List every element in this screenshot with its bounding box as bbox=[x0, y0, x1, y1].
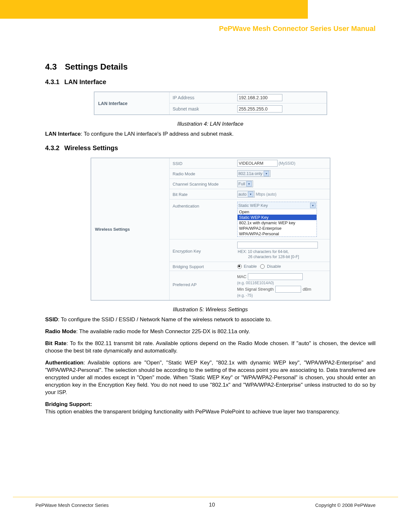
enc-hint-2: 26 characters for 128-bit [0-F] bbox=[238, 255, 327, 260]
ssid-label: SSID bbox=[170, 160, 237, 166]
wireless-section-label: Wireless Settings bbox=[91, 158, 170, 300]
enc-label: Encryption Key bbox=[170, 242, 237, 254]
page-footer: PePWave Mesh Connector Series 10 Copyrig… bbox=[0, 497, 411, 518]
auth-dropdown-list: Open Static WEP Key 802.1x with dynamic … bbox=[238, 209, 317, 237]
lan-interface-figure: LAN Interface IP Address Subnet mask bbox=[94, 92, 327, 115]
lan-section-label: LAN Interface bbox=[94, 92, 170, 114]
wireless-settings-figure: Wireless Settings SSID (MySSID) Radio Mo… bbox=[91, 158, 330, 301]
bitrate-body: : To fix the 802.11 transmit bit rate. A… bbox=[45, 340, 376, 354]
subsection-wireless-number: 4.3.2 bbox=[45, 144, 59, 151]
auth-select[interactable]: Static WEP Key ▾ Open Static WEP Key 802… bbox=[237, 202, 317, 237]
bridge-enable-radio[interactable] bbox=[237, 264, 242, 269]
page-content: 4.3Settings Details 4.3.1LAN Interface L… bbox=[0, 33, 411, 497]
subsection-lan-number: 4.3.1 bbox=[45, 78, 59, 85]
pref-ap-label: Preferred AP bbox=[170, 273, 237, 287]
bridge-disable-label: Disable bbox=[267, 264, 281, 269]
subsection-wireless-title: Wireless Settings bbox=[64, 144, 118, 151]
auth-label: Authentication bbox=[170, 202, 237, 208]
auth-option-wpa-psk[interactable]: WPA/WPA2-Personal bbox=[238, 231, 317, 237]
chevron-down-icon: ▾ bbox=[248, 191, 253, 197]
ssid-term: SSID bbox=[45, 316, 58, 323]
lan-desc-term: LAN Interface bbox=[45, 131, 81, 137]
lan-mask-row: Subnet mask bbox=[170, 103, 327, 114]
radio-body: : The available radio mode for Mesh Conn… bbox=[76, 328, 250, 334]
ssid-hint: (MySSID) bbox=[279, 161, 295, 166]
scan-mode-row: Channel Scanning Mode Full ▾ bbox=[170, 179, 330, 189]
auth-option-static-wep[interactable]: Static WEP Key bbox=[238, 215, 317, 220]
chevron-down-icon: ▾ bbox=[310, 203, 316, 208]
subsection-wireless-heading: 4.3.2Wireless Settings bbox=[45, 144, 376, 152]
page-number: 10 bbox=[209, 502, 215, 508]
bitrate-term: Bit Rate bbox=[45, 340, 66, 346]
pref-ap-row: Preferred AP MAC (e.g. 00116E1014A0) Min… bbox=[170, 271, 330, 300]
auth-term: Authentication bbox=[45, 360, 83, 366]
minsig-unit: dBm bbox=[303, 287, 311, 292]
radio-mode-value: 802.11a only bbox=[239, 171, 262, 176]
scan-mode-value: Full bbox=[239, 181, 245, 186]
section-number: 4.3 bbox=[45, 62, 57, 72]
lan-mask-label: Subnet mask bbox=[170, 106, 237, 111]
auth-option-open[interactable]: Open bbox=[238, 209, 317, 215]
subsection-lan-title: LAN Interface bbox=[64, 78, 106, 85]
radio-term: Radio Mode bbox=[45, 328, 76, 334]
mac-input[interactable] bbox=[248, 273, 303, 280]
illustration-5-caption: Illustration 5: Wireless Settings bbox=[45, 306, 376, 313]
footer-right: Copyright © 2008 PePWave bbox=[315, 502, 376, 508]
auth-body: : Available options are "Open", "Static … bbox=[45, 360, 376, 395]
bridge-body-para: This option enables the transparent brid… bbox=[45, 408, 376, 416]
auth-option-8021x[interactable]: 802.1x with dynamic WEP key bbox=[238, 220, 317, 226]
radio-para: Radio Mode: The available radio mode for… bbox=[45, 328, 376, 335]
bitrate-select[interactable]: auto ▾ bbox=[237, 191, 255, 198]
bitrate-para: Bit Rate: To fix the 802.11 transmit bit… bbox=[45, 340, 376, 355]
lan-desc-body: : To configure the LAN interface's IP ad… bbox=[81, 131, 234, 137]
scan-mode-label: Channel Scanning Mode bbox=[170, 181, 237, 187]
footer-left: PePWave Mesh Connector Series bbox=[35, 502, 109, 508]
bridge-enable-label: Enable bbox=[244, 264, 257, 269]
bitrate-hint: Mbps (auto) bbox=[256, 192, 276, 197]
section-title: Settings Details bbox=[65, 62, 128, 72]
top-brand-bar bbox=[0, 0, 411, 19]
lan-ip-row: IP Address bbox=[170, 92, 327, 103]
auth-option-wpa-ent[interactable]: WPA/WPA2-Enterprise bbox=[238, 226, 317, 231]
lan-ip-label: IP Address bbox=[170, 95, 237, 100]
subsection-lan-heading: 4.3.1LAN Interface bbox=[45, 78, 376, 86]
bitrate-row: Bit Rate auto ▾ Mbps (auto) bbox=[170, 189, 330, 199]
minsig-label: Min Signal Strength bbox=[237, 287, 274, 292]
minsig-input[interactable] bbox=[275, 286, 301, 293]
section-heading: 4.3Settings Details bbox=[45, 62, 376, 72]
scan-mode-select[interactable]: Full ▾ bbox=[237, 180, 253, 187]
bitrate-label: Bit Rate bbox=[170, 191, 237, 197]
lan-desc-para: LAN Interface: To configure the LAN inte… bbox=[45, 131, 376, 138]
lan-ip-input[interactable] bbox=[237, 94, 282, 101]
bridge-row: Bridging Support Enable Disable bbox=[170, 262, 330, 271]
radio-mode-label: Radio Mode bbox=[170, 171, 237, 176]
illustration-4-caption: Illustration 4: LAN Interface bbox=[45, 121, 376, 127]
radio-mode-select[interactable]: 802.11a only ▾ bbox=[237, 170, 270, 177]
ssid-row: SSID (MySSID) bbox=[170, 158, 330, 169]
bridge-label: Bridging Support bbox=[170, 264, 237, 269]
mac-label: MAC bbox=[237, 274, 247, 279]
ssid-body: : To configure the SSID / ESSID / Networ… bbox=[58, 316, 272, 323]
lan-mask-input[interactable] bbox=[237, 105, 282, 112]
ssid-para: SSID: To configure the SSID / ESSID / Ne… bbox=[45, 316, 376, 324]
top-bar-accent bbox=[308, 0, 411, 19]
minsig-eg: (e.g. -75) bbox=[237, 293, 327, 298]
bridge-disable-radio[interactable] bbox=[260, 264, 265, 269]
auth-row: Authentication Static WEP Key ▾ Open Sta… bbox=[170, 199, 330, 239]
ssid-input[interactable] bbox=[237, 160, 278, 167]
doc-header-title: PePWave Mesh Connector Series User Manua… bbox=[0, 19, 411, 33]
auth-para: Authentication: Available options are "O… bbox=[45, 359, 376, 396]
chevron-down-icon: ▾ bbox=[264, 171, 269, 176]
radio-mode-row: Radio Mode 802.11a only ▾ bbox=[170, 169, 330, 179]
enc-key-input[interactable] bbox=[237, 242, 318, 248]
bridge-head: Bridging Support: bbox=[45, 401, 92, 407]
bridge-head-para: Bridging Support: bbox=[45, 401, 376, 408]
chevron-down-icon: ▾ bbox=[246, 181, 252, 187]
enc-hint-1: HEX: 10 characters for 64-bit, bbox=[238, 249, 327, 255]
enc-row: Encryption Key HEX: 10 characters for 64… bbox=[170, 239, 330, 262]
auth-selected: Static WEP Key bbox=[239, 203, 268, 208]
bitrate-value: auto bbox=[239, 192, 247, 197]
mac-eg: (e.g. 00116E1014A0) bbox=[237, 281, 327, 285]
